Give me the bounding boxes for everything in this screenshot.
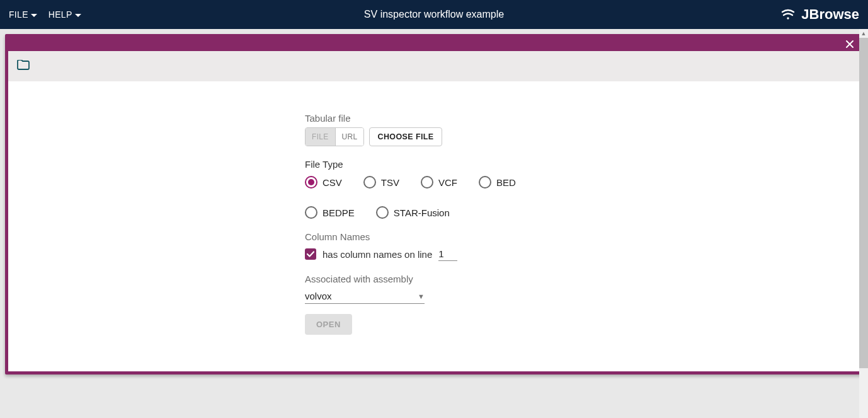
assembly-value: volvox <box>305 291 332 301</box>
radio-icon <box>376 206 389 219</box>
close-panel-button[interactable] <box>843 38 856 50</box>
radio-bed-label: BED <box>496 177 516 188</box>
file-type-radio-group: CSV TSV VCF BED <box>305 176 563 219</box>
menu-file-label: FILE <box>9 9 28 20</box>
open-button[interactable]: OPEN <box>305 314 352 335</box>
import-form: Tabular file FILE URL CHOOSE FILE File T… <box>305 113 563 371</box>
radio-csv-label: CSV <box>323 177 342 188</box>
app-title: SV inspector workflow example <box>364 9 504 20</box>
radio-starfusion[interactable]: STAR-Fusion <box>376 206 450 219</box>
svg-point-0 <box>787 17 789 19</box>
brand-icon <box>780 8 796 21</box>
choose-file-button[interactable]: CHOOSE FILE <box>369 127 442 146</box>
has-column-names-checkbox[interactable] <box>305 248 316 260</box>
radio-vcf[interactable]: VCF <box>421 176 457 189</box>
radio-vcf-label: VCF <box>438 177 457 188</box>
radio-icon <box>305 176 317 189</box>
chevron-down-icon: ▼ <box>418 293 425 300</box>
has-column-names-text: has column names on line <box>323 249 432 260</box>
radio-bedpe-label: BEDPE <box>323 207 355 218</box>
radio-icon <box>479 176 491 189</box>
radio-bedpe[interactable]: BEDPE <box>305 206 355 219</box>
source-toggle: FILE URL <box>305 127 364 146</box>
radio-tsv-label: TSV <box>381 177 399 188</box>
tabular-file-label: Tabular file <box>305 113 563 124</box>
column-names-line-input[interactable] <box>438 247 457 261</box>
file-type-label: File Type <box>305 159 563 170</box>
panel-toolbar <box>8 51 860 81</box>
menu-file[interactable]: FILE <box>9 9 37 20</box>
assembly-select[interactable]: volvox ▼ <box>305 288 425 304</box>
column-names-label: Column Names <box>305 231 563 242</box>
sv-inspector-panel: Tabular file FILE URL CHOOSE FILE File T… <box>5 34 863 374</box>
source-url-button[interactable]: URL <box>335 128 364 146</box>
radio-icon <box>421 176 433 189</box>
radio-icon <box>305 206 317 219</box>
panel-header <box>8 37 860 51</box>
radio-icon <box>363 176 376 189</box>
menu-help-label: HELP <box>49 9 72 20</box>
source-file-button[interactable]: FILE <box>306 128 335 146</box>
chevron-down-icon <box>75 9 81 20</box>
brand: JBrowse <box>780 6 859 23</box>
menu-help[interactable]: HELP <box>49 9 81 20</box>
open-folder-button[interactable] <box>17 60 30 73</box>
top-bar: FILE HELP SV inspector workflow example … <box>0 0 868 29</box>
radio-bed[interactable]: BED <box>479 176 516 189</box>
brand-text: JBrowse <box>801 6 859 23</box>
scrollbar[interactable]: ▲ <box>859 29 868 418</box>
radio-tsv[interactable]: TSV <box>363 176 399 189</box>
panel-body: Tabular file FILE URL CHOOSE FILE File T… <box>8 81 860 371</box>
radio-csv[interactable]: CSV <box>305 176 342 189</box>
radio-starfusion-label: STAR-Fusion <box>394 207 450 218</box>
scroll-up-icon: ▲ <box>859 29 868 38</box>
scroll-thumb[interactable] <box>859 38 868 368</box>
chevron-down-icon <box>31 9 37 20</box>
assembly-label: Associated with assembly <box>305 274 563 284</box>
